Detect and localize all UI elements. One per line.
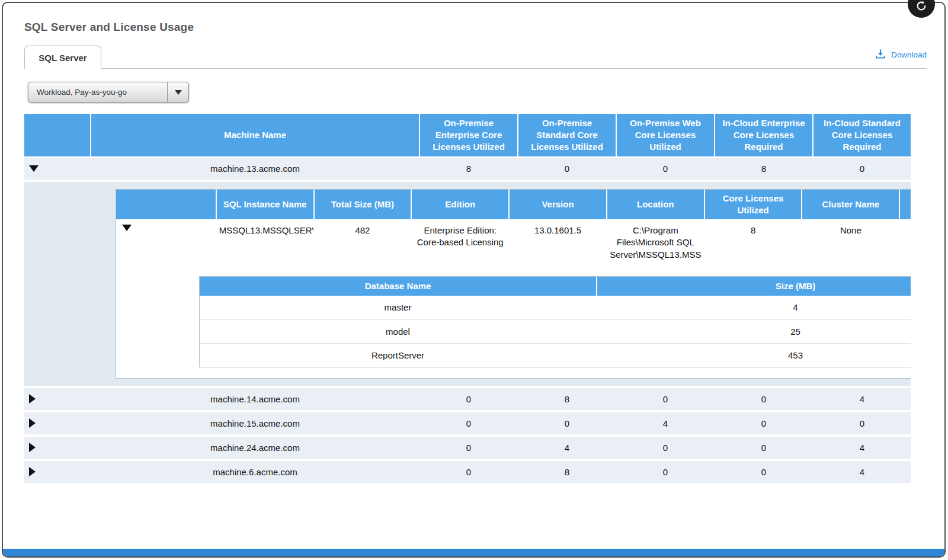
chevron-down-icon bbox=[175, 90, 182, 95]
col-instance-name: SQL Instance Name bbox=[217, 190, 313, 219]
machine-name-cell: machine.14.acme.com bbox=[91, 388, 419, 410]
value-cell: 0 bbox=[420, 461, 517, 483]
col-onprem-enterprise: On-Premise Enterprise Core Licenses Util… bbox=[420, 114, 517, 156]
value-cell: 4 bbox=[518, 437, 616, 459]
col-onprem-standard: On-Premise Standard Core Licenses Utiliz… bbox=[518, 114, 616, 156]
expand-row-icon[interactable] bbox=[29, 443, 36, 452]
value-cell: 0 bbox=[420, 437, 517, 459]
database-row: master 4 bbox=[200, 296, 911, 319]
value-cell: 4 bbox=[814, 461, 911, 483]
database-size-cell: 4 bbox=[597, 302, 911, 312]
value-cell: 0 bbox=[814, 158, 911, 180]
machine-table-header: Machine Name On-Premise Enterprise Core … bbox=[24, 114, 911, 156]
filter-row: Workload, Pay-as-you-go bbox=[28, 82, 944, 103]
core-licenses-cell: 8 bbox=[705, 225, 802, 261]
col-onprem-web: On-Premise Web Core Licenses Utilized bbox=[617, 114, 714, 156]
database-table-header: Database Name Size (MB) bbox=[200, 277, 911, 296]
col-machine-name: Machine Name bbox=[91, 114, 419, 156]
database-name-cell: ReportServer bbox=[200, 350, 596, 360]
machine-row: machine.13.acme.com 8 0 0 8 0 bbox=[24, 158, 911, 180]
value-cell: 8 bbox=[518, 388, 616, 410]
col-incloud-standard: In-Cloud Standard Core Licenses Required bbox=[814, 114, 911, 156]
value-cell: 8 bbox=[715, 158, 812, 180]
col-location: Location bbox=[607, 190, 704, 219]
expanded-detail-area: SQL Instance Name Total Size (MB) Editio… bbox=[24, 182, 911, 386]
total-size-cell: 482 bbox=[315, 225, 411, 261]
value-cell: 0 bbox=[518, 412, 616, 434]
collapse-row-icon[interactable] bbox=[122, 225, 132, 231]
sql-instance-table: SQL Instance Name Total Size (MB) Editio… bbox=[116, 189, 911, 379]
col-edition: Edition bbox=[412, 190, 508, 219]
expand-row-icon[interactable] bbox=[29, 394, 36, 404]
page-title: SQL Server and License Usage bbox=[24, 21, 944, 34]
col-overflow-clipped bbox=[900, 190, 911, 219]
machine-name-cell: machine.24.acme.com bbox=[91, 437, 419, 459]
value-cell: 0 bbox=[814, 412, 911, 434]
machine-name-cell: machine.15.acme.com bbox=[91, 412, 419, 434]
value-cell: 0 bbox=[715, 437, 812, 459]
col-total-size: Total Size (MB) bbox=[315, 190, 411, 219]
value-cell: 0 bbox=[420, 412, 517, 434]
cluster-name-cell: None bbox=[802, 225, 899, 261]
database-size-cell: 453 bbox=[597, 350, 911, 360]
value-cell: 0 bbox=[420, 388, 517, 410]
instance-row: MSSQL13.MSSQLSERVER 482 Enterprise Editi… bbox=[116, 219, 911, 267]
value-cell: 0 bbox=[617, 388, 714, 410]
value-cell: 0 bbox=[715, 412, 812, 434]
overflow-cell bbox=[900, 225, 911, 261]
expander-column-header bbox=[24, 114, 90, 156]
expand-row-icon[interactable] bbox=[29, 467, 36, 476]
content-panel: SQL Server and License Usage SQL Server … bbox=[2, 2, 946, 558]
machine-row: machine.6.acme.com 0 8 0 0 4 bbox=[24, 461, 911, 483]
col-database-size: Size (MB) bbox=[597, 277, 911, 296]
download-label: Download bbox=[891, 50, 927, 59]
col-database-name: Database Name bbox=[200, 277, 596, 296]
machine-name-cell: machine.6.acme.com bbox=[91, 461, 419, 483]
bottom-bar bbox=[3, 549, 944, 556]
instance-name-cell: MSSQL13.MSSQLSERVER bbox=[217, 225, 313, 261]
download-icon bbox=[875, 48, 886, 62]
value-cell: 0 bbox=[617, 461, 714, 483]
value-cell: 0 bbox=[617, 437, 714, 459]
dropdown-button[interactable] bbox=[167, 82, 188, 102]
col-core-licenses: Core Licenses Utilized bbox=[705, 190, 802, 219]
col-cluster-name: Cluster Name bbox=[802, 190, 899, 219]
tab-sql-server[interactable]: SQL Server bbox=[24, 46, 101, 69]
expand-row-icon[interactable] bbox=[29, 418, 36, 428]
database-row: ReportServer 453 bbox=[200, 343, 911, 367]
database-row: model 25 bbox=[200, 319, 911, 343]
machine-row: machine.15.acme.com 0 0 4 0 0 bbox=[24, 412, 911, 434]
workload-dropdown-value: Workload, Pay-as-you-go bbox=[28, 88, 167, 97]
col-version: Version bbox=[510, 190, 606, 219]
expander-column-header bbox=[116, 190, 216, 219]
value-cell: 4 bbox=[617, 412, 714, 434]
machine-name-cell: machine.13.acme.com bbox=[91, 158, 419, 180]
instance-table-header: SQL Instance Name Total Size (MB) Editio… bbox=[116, 190, 911, 219]
workload-dropdown[interactable]: Workload, Pay-as-you-go bbox=[28, 82, 189, 103]
col-incloud-enterprise: In-Cloud Enterprise Core Licenses Requir… bbox=[715, 114, 812, 156]
value-cell: 0 bbox=[518, 158, 616, 180]
value-cell: 8 bbox=[518, 461, 616, 483]
value-cell: 0 bbox=[715, 388, 812, 410]
machine-row: machine.24.acme.com 0 4 0 0 4 bbox=[24, 437, 911, 459]
value-cell: 0 bbox=[715, 461, 812, 483]
database-name-cell: master bbox=[200, 302, 596, 312]
collapse-row-icon[interactable] bbox=[29, 165, 39, 172]
edition-cell: Enterprise Edition: Core-based Licensing bbox=[412, 225, 508, 261]
tab-bar: SQL Server Download bbox=[24, 44, 927, 69]
value-cell: 8 bbox=[420, 158, 517, 180]
machine-license-table: Machine Name On-Premise Enterprise Core … bbox=[24, 114, 911, 483]
value-cell: 4 bbox=[814, 388, 911, 410]
location-cell: C:\Program Files\Microsoft SQL Server\MS… bbox=[607, 225, 704, 261]
machine-row: machine.14.acme.com 0 8 0 0 4 bbox=[24, 388, 911, 410]
database-table: Database Name Size (MB) master 4 model 2… bbox=[199, 276, 911, 367]
value-cell: 0 bbox=[617, 158, 714, 180]
version-cell: 13.0.1601.5 bbox=[510, 225, 606, 261]
database-name-cell: model bbox=[200, 327, 596, 337]
download-button[interactable]: Download bbox=[875, 48, 927, 62]
refresh-icon bbox=[915, 0, 928, 15]
value-cell: 4 bbox=[814, 437, 911, 459]
database-size-cell: 25 bbox=[597, 327, 911, 337]
